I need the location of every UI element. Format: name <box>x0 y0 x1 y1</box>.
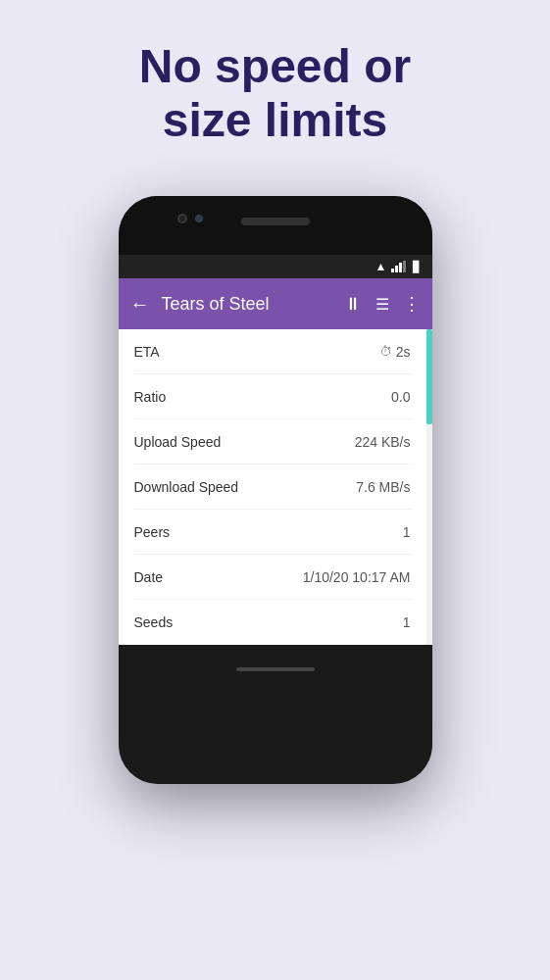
signal-bar-3 <box>399 263 402 272</box>
table-row: Ratio0.0 <box>134 374 411 419</box>
screen-content: ETA⏱2sRatio0.0Upload Speed224 KB/sDownlo… <box>119 329 432 645</box>
row-value: 1 <box>403 524 411 540</box>
app-bar-title: Tears of Steel <box>162 294 332 315</box>
camera-left <box>177 214 187 223</box>
camera-right <box>195 215 203 222</box>
app-bar: ← Tears of Steel ⏸ ☰ ⋮ <box>119 278 432 329</box>
list-button[interactable]: ☰ <box>375 295 389 314</box>
signal-bar-1 <box>391 269 394 272</box>
home-indicator <box>236 667 315 671</box>
phone-mockup: ▲ ▊ ← Tears of Steel ⏸ ☰ ⋮ <box>119 196 432 784</box>
phone-bottom <box>119 645 432 694</box>
row-label: Upload Speed <box>134 434 222 450</box>
app-bar-actions: ⏸ ☰ ⋮ <box>344 293 421 315</box>
table-row: Peers1 <box>134 510 411 555</box>
phone-outer: ▲ ▊ ← Tears of Steel ⏸ ☰ ⋮ <box>119 196 432 784</box>
row-label: Date <box>134 569 164 585</box>
progress-bar-fill <box>426 329 432 424</box>
progress-bar-container <box>426 329 432 645</box>
headline-line2: size limits <box>163 94 387 146</box>
page-headline: No speed or size limits <box>100 39 450 147</box>
headline-line1: No speed or <box>139 40 411 92</box>
more-button[interactable]: ⋮ <box>403 293 421 315</box>
phone-top-bar <box>119 196 432 255</box>
table-row: Seeds1 <box>134 600 411 645</box>
table-row: ETA⏱2s <box>134 329 411 374</box>
table-row: Upload Speed224 KB/s <box>134 419 411 465</box>
speaker <box>241 218 310 225</box>
signal-icon <box>391 261 406 272</box>
wifi-icon: ▲ <box>375 260 387 273</box>
data-table: ETA⏱2sRatio0.0Upload Speed224 KB/sDownlo… <box>119 329 426 645</box>
row-value: 7.6 MB/s <box>356 479 410 495</box>
row-label: Seeds <box>134 614 174 630</box>
row-label: Download Speed <box>134 479 239 495</box>
row-value: ⏱2s <box>379 344 411 360</box>
table-row: Download Speed7.6 MB/s <box>134 465 411 510</box>
row-label: Ratio <box>134 389 167 405</box>
status-bar: ▲ ▊ <box>119 255 432 278</box>
row-value: 224 KB/s <box>355 434 411 450</box>
signal-bar-4 <box>403 261 406 272</box>
row-value: 1 <box>403 614 411 630</box>
row-label: ETA <box>134 344 160 360</box>
pause-button[interactable]: ⏸ <box>344 294 362 315</box>
row-value: 1/10/20 10:17 AM <box>303 569 411 585</box>
row-value: 0.0 <box>391 389 410 405</box>
table-row: Date1/10/20 10:17 AM <box>134 555 411 600</box>
battery-icon: ▊ <box>413 261 421 273</box>
clock-icon: ⏱ <box>379 344 392 359</box>
signal-bar-2 <box>395 266 398 272</box>
back-button[interactable]: ← <box>130 293 150 316</box>
row-label: Peers <box>134 524 171 540</box>
